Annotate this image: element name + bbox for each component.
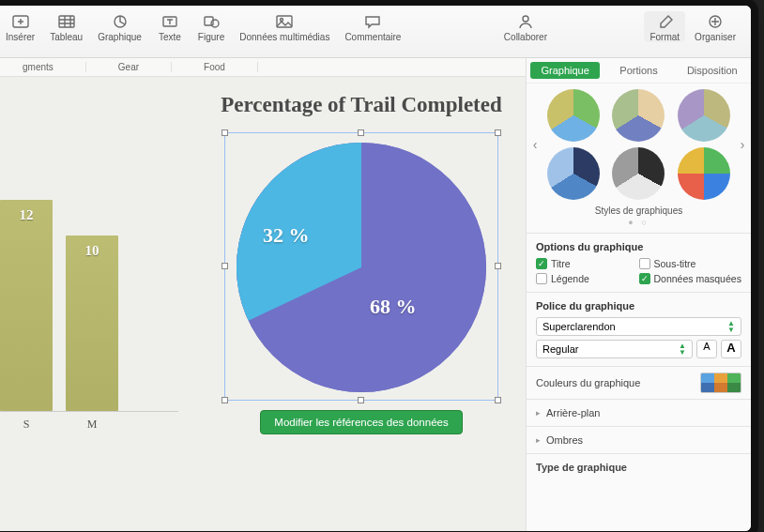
paintbrush-icon <box>651 11 678 32</box>
toolbar-label: Format <box>649 32 680 42</box>
disclosure-type-graphique[interactable]: Type de graphique <box>527 453 751 480</box>
chart-font-heading: Police du graphique <box>536 300 741 312</box>
checkbox-icon: ✓ <box>536 258 547 269</box>
styles-next[interactable]: › <box>736 137 749 152</box>
toolbar-label: Graphique <box>98 32 142 42</box>
font-larger-button[interactable]: A <box>721 340 741 358</box>
checkbox-icon <box>536 273 547 284</box>
checkbox-icon: ✓ <box>639 273 650 284</box>
pager-dots: ● ○ <box>527 218 751 227</box>
chart-font-section: Police du graphique Superclarendon ▲▼ Re… <box>527 292 751 366</box>
resize-handle[interactable] <box>222 397 228 403</box>
toolbar-media[interactable]: Données multimédias <box>234 11 335 42</box>
checkbox-label: Données masquées <box>654 273 741 284</box>
edit-data-references-button[interactable]: Modifier les références des données <box>260 410 462 434</box>
resize-handle[interactable] <box>495 129 501 136</box>
toolbar-label: Tableau <box>50 32 83 42</box>
styles-prev[interactable]: ‹ <box>528 137 542 152</box>
color-palette-button[interactable] <box>700 372 741 393</box>
bar-value-label: 10 <box>85 243 99 259</box>
toolbar-collaborate[interactable]: Collaborer <box>498 11 553 42</box>
toolbar-chart[interactable]: Graphique <box>92 11 147 42</box>
select-value: Superclarendon <box>542 321 616 332</box>
resize-handle[interactable] <box>358 397 364 403</box>
toolbar: Insérer Tableau Graphique Texte Figure D… <box>0 6 751 58</box>
resize-handle[interactable] <box>222 129 228 136</box>
checkbox-icon <box>639 258 650 269</box>
resize-handle[interactable] <box>358 129 364 136</box>
sidebar-tab-disposition[interactable]: Disposition <box>678 62 747 79</box>
select-value: Regular <box>542 343 579 355</box>
chart-colors-row: Couleurs du graphique <box>527 366 751 399</box>
sheet-tab[interactable]: Food <box>172 62 258 72</box>
toolbar-label: Collaborer <box>504 32 547 42</box>
toolbar-shape[interactable]: Figure <box>192 11 230 42</box>
chart-style-swatch[interactable] <box>612 147 665 200</box>
bar-chart[interactable]: 13 12 10 S S M <box>0 129 178 467</box>
selection-box[interactable]: 32 % 68 % <box>224 132 498 401</box>
toolbar-label: Commentaire <box>344 32 401 42</box>
toolbar-label: Données multimédias <box>239 32 329 42</box>
disclosure-ombres[interactable]: ▸ Ombres <box>527 426 751 453</box>
chart-style-swatch[interactable] <box>678 147 730 200</box>
table-icon <box>53 11 80 32</box>
disclosure-arriere-plan[interactable]: ▸ Arrière-plan <box>527 399 751 426</box>
pie-slice-label: 68 % <box>370 295 417 319</box>
pie-chart-icon <box>107 11 133 32</box>
plus-square-icon <box>8 11 34 32</box>
sheet-tab[interactable]: Gear <box>86 62 172 72</box>
svg-rect-1 <box>59 16 74 27</box>
bar: 10 <box>66 236 118 412</box>
checkbox-titre[interactable]: ✓ Titre <box>536 258 639 269</box>
sheet-tabs: gments Gear Food <box>0 58 526 77</box>
checkbox-sous-titre[interactable]: Sous-titre <box>639 258 742 269</box>
sidebar-tab-graphique[interactable]: Graphique <box>530 62 600 79</box>
disclosure-label: Arrière-plan <box>546 407 600 418</box>
chart-styles-caption: Styles de graphiques <box>527 205 751 216</box>
shape-icon <box>198 11 224 32</box>
sheet-tab[interactable]: gments <box>0 62 86 72</box>
font-style-select[interactable]: Regular ▲▼ <box>536 340 693 358</box>
resize-handle[interactable] <box>222 263 228 269</box>
chart-style-swatch[interactable] <box>678 89 730 142</box>
toolbar-label: Figure <box>198 32 224 42</box>
bar: 12 <box>0 200 53 411</box>
sidebar-tabs: Graphique Portions Disposition <box>527 58 751 84</box>
updown-icon: ▲▼ <box>727 320 735 333</box>
checkbox-donnees-masquees[interactable]: ✓ Données masquées <box>639 273 742 284</box>
updown-icon: ▲▼ <box>679 342 686 356</box>
font-smaller-button[interactable]: A <box>696 340 717 358</box>
toolbar-format[interactable]: Format <box>644 11 685 42</box>
toolbar-comment[interactable]: Commentaire <box>339 11 406 42</box>
font-family-select[interactable]: Superclarendon ▲▼ <box>536 317 741 336</box>
chart-style-swatch[interactable] <box>547 147 600 200</box>
chart-options-heading: Options du graphique <box>536 241 741 252</box>
toolbar-text[interactable]: Texte <box>151 11 189 42</box>
chart-colors-label: Couleurs du graphique <box>536 377 640 388</box>
resize-handle[interactable] <box>495 263 501 269</box>
toolbar-arrange[interactable]: Organiser <box>689 11 741 42</box>
disclosure-label: Ombres <box>546 434 583 446</box>
chart-style-swatch[interactable] <box>612 89 665 142</box>
bar-value-label: 12 <box>20 207 34 223</box>
toolbar-label: Insérer <box>6 32 35 42</box>
chart-style-swatch[interactable] <box>547 89 600 142</box>
sidebar-tab-portions[interactable]: Portions <box>604 62 673 79</box>
resize-handle[interactable] <box>495 397 501 403</box>
arrange-icon <box>702 11 728 32</box>
format-sidebar: Graphique Portions Disposition ‹ › Style… <box>526 58 751 531</box>
svg-rect-6 <box>277 16 292 27</box>
text-icon <box>157 11 183 32</box>
pie-chart[interactable]: 32 % 68 % <box>237 143 486 392</box>
toolbar-insert[interactable]: Insérer <box>0 11 40 42</box>
pie-chart-section: Percentage of Trail Completed <box>216 92 507 434</box>
toolbar-table[interactable]: Tableau <box>44 11 88 42</box>
document-canvas[interactable]: gments Gear Food 13 12 10 S S M Perc <box>0 58 526 531</box>
disclosure-icon: ▸ <box>536 408 541 418</box>
svg-point-8 <box>523 16 528 22</box>
checkbox-label: Sous-titre <box>654 258 696 269</box>
checkbox-legende[interactable]: Légende <box>536 273 639 284</box>
checkbox-label: Titre <box>551 258 571 269</box>
chart-options-section: Options du graphique ✓ Titre Sous-titre … <box>527 233 751 292</box>
disclosure-label: Type de graphique <box>536 462 627 473</box>
